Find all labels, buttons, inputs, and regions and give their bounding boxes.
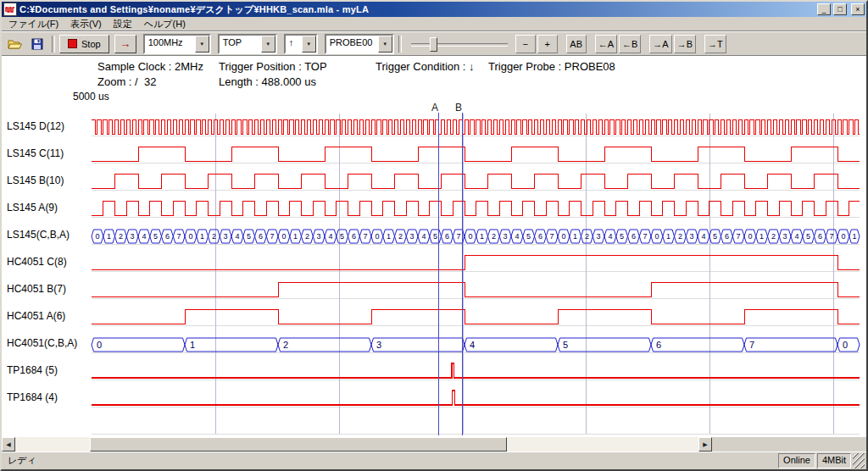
svg-text:4: 4	[515, 232, 519, 241]
svg-text:7: 7	[270, 232, 275, 241]
chevron-down-icon[interactable]: ▼	[261, 36, 275, 53]
resize-grip[interactable]	[853, 453, 865, 468]
title-bar[interactable]: C:¥Documents and Settings¥noname¥デスクトップ¥…	[2, 2, 866, 17]
trigger-position-info: Trigger Position : TOP	[219, 60, 327, 73]
scrollbar-thumb[interactable]	[90, 437, 507, 452]
svg-text:1: 1	[190, 340, 195, 350]
menu-view[interactable]: 表示(V)	[64, 17, 108, 31]
svg-text:6: 6	[725, 232, 729, 241]
svg-text:7: 7	[737, 232, 741, 241]
channel-label-8[interactable]: HC4051(C,B,A)	[7, 336, 77, 350]
svg-text:2: 2	[585, 232, 589, 241]
svg-text:0: 0	[95, 232, 99, 241]
marker-ab-button[interactable]: AB	[566, 35, 587, 53]
svg-text:1: 1	[666, 232, 670, 241]
chevron-down-icon[interactable]: ▼	[378, 36, 392, 53]
stop-icon	[68, 39, 77, 48]
app-icon	[3, 3, 17, 16]
svg-text:5: 5	[526, 232, 531, 241]
svg-text:4: 4	[421, 232, 426, 241]
svg-text:3: 3	[224, 232, 228, 241]
svg-text:7: 7	[643, 232, 648, 241]
channel-label-7[interactable]: HC4051 A(6)	[7, 309, 65, 323]
svg-text:1: 1	[107, 232, 111, 241]
save-button[interactable]	[27, 35, 47, 53]
svg-text:0: 0	[375, 232, 379, 241]
svg-text:6: 6	[445, 232, 449, 241]
zoom-out-button[interactable]: −	[515, 35, 536, 53]
svg-text:5: 5	[620, 232, 624, 241]
open-file-button[interactable]	[5, 35, 25, 53]
jump-left-marker-a-button[interactable]: ←A	[595, 35, 617, 53]
svg-text:1: 1	[480, 232, 484, 241]
svg-text:2: 2	[398, 232, 403, 241]
trigger-probe-select[interactable]: PROBE00 ▼	[325, 34, 394, 54]
svg-text:6: 6	[656, 340, 661, 350]
horizontal-scrollbar[interactable]: ◀ ▶	[2, 437, 712, 452]
close-button[interactable]: ×	[851, 3, 865, 15]
chevron-down-icon[interactable]: ▼	[195, 36, 209, 53]
svg-text:7: 7	[457, 232, 461, 241]
scrollbar-track[interactable]	[15, 437, 698, 452]
svg-text:4: 4	[608, 232, 612, 241]
run-button[interactable]: →	[114, 35, 136, 53]
folder-open-icon	[8, 38, 23, 50]
channel-label-4[interactable]: LS145(C,B,A)	[7, 228, 70, 241]
minimize-button[interactable]: _	[817, 3, 831, 15]
channel-label-0[interactable]: LS145 D(12)	[7, 119, 64, 133]
scroll-left-button[interactable]: ◀	[2, 437, 15, 452]
svg-text:4: 4	[235, 232, 239, 241]
chevron-down-icon[interactable]: ▼	[302, 36, 316, 53]
svg-text:6: 6	[259, 232, 263, 241]
svg-text:0: 0	[97, 340, 102, 350]
slider-groove	[411, 43, 508, 47]
channel-label-5[interactable]: HC4051 C(8)	[7, 255, 67, 269]
maximize-button[interactable]: □	[833, 3, 847, 15]
sample-rate-select[interactable]: 100MHz ▼	[143, 34, 211, 54]
channel-label-10[interactable]: TP1684 (4)	[7, 391, 58, 404]
svg-text:1: 1	[573, 232, 577, 241]
svg-text:0: 0	[561, 232, 565, 241]
toolbar-separator	[398, 36, 402, 53]
trigger-position-select[interactable]: TOP ▼	[218, 34, 277, 54]
zoom-in-button[interactable]: +	[537, 35, 558, 53]
trigger-edge-value: ↑	[286, 36, 302, 53]
svg-text:5: 5	[563, 340, 568, 350]
jump-right-marker-a-button[interactable]: →A	[649, 35, 671, 53]
slider-thumb[interactable]	[430, 37, 437, 52]
channel-label-6[interactable]: HC4051 B(7)	[7, 282, 66, 296]
svg-text:0: 0	[654, 232, 659, 241]
svg-text:6: 6	[165, 232, 170, 241]
jump-left-marker-b-button[interactable]: ←B	[619, 35, 641, 53]
svg-text:4: 4	[794, 232, 798, 241]
stop-button[interactable]: Stop	[59, 35, 109, 53]
jump-right-marker-b-button[interactable]: →B	[674, 35, 696, 53]
menu-file[interactable]: ファイル(F)	[3, 17, 64, 31]
svg-text:2: 2	[678, 232, 682, 241]
zoom-info: Zoom : / 32	[97, 75, 156, 88]
status-online: Online	[778, 453, 815, 468]
menu-settings[interactable]: 設定	[108, 17, 138, 31]
svg-text:0: 0	[748, 232, 752, 241]
svg-text:4: 4	[470, 340, 475, 350]
svg-text:2: 2	[492, 232, 496, 241]
channel-label-9[interactable]: TP1684 (5)	[7, 363, 58, 377]
svg-text:7: 7	[177, 232, 181, 241]
svg-text:4: 4	[328, 232, 332, 241]
svg-text:1: 1	[293, 232, 298, 241]
jump-trigger-button[interactable]: →T	[704, 35, 726, 53]
scroll-right-button[interactable]: ▶	[698, 437, 712, 452]
time-scale-label: 5000 us	[73, 91, 109, 103]
svg-text:B: B	[455, 102, 462, 114]
svg-text:6: 6	[352, 232, 356, 241]
channel-label-1[interactable]: LS145 C(11)	[7, 147, 64, 160]
svg-text:6: 6	[632, 232, 636, 241]
channel-label-3[interactable]: LS145 A(9)	[7, 201, 58, 214]
trigger-condition-info: Trigger Condition : ↓	[376, 60, 475, 73]
trigger-edge-select[interactable]: ↑ ▼	[284, 34, 318, 54]
zoom-slider[interactable]	[409, 35, 509, 53]
svg-text:7: 7	[830, 232, 834, 241]
length-info: Length : 488.000 us	[219, 75, 316, 88]
channel-label-2[interactable]: LS145 B(10)	[7, 174, 64, 187]
menu-help[interactable]: ヘルプ(H)	[138, 17, 192, 31]
